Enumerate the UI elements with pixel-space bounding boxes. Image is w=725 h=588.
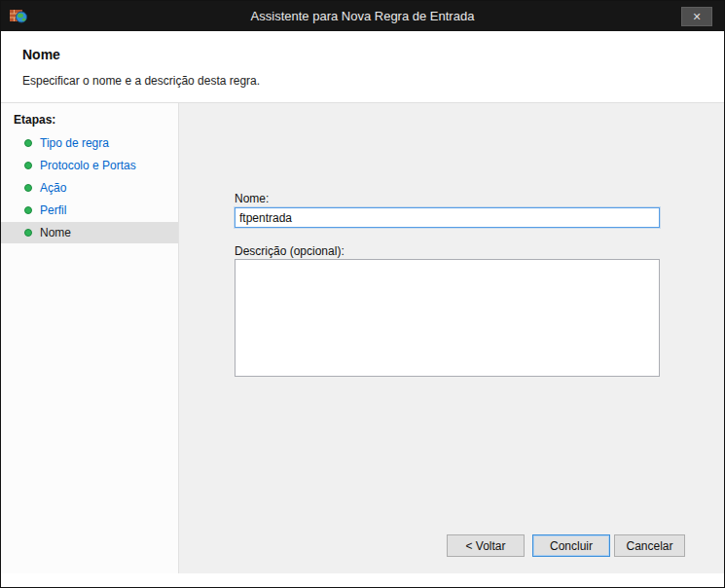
step-bullet-icon [24,162,32,169]
step-bullet-icon [24,139,32,147]
close-icon[interactable]: ✕ [681,7,712,26]
step-label: Nome [40,226,71,239]
sidebar-item-tipo-de-regra[interactable]: Tipo de regra [1,132,178,154]
step-label: Tipo de regra [40,136,109,150]
window-title: Assistente para Nova Regra de Entrada [1,1,724,31]
titlebar: Assistente para Nova Regra de Entrada ✕ [1,1,724,31]
description-textarea[interactable] [235,259,660,377]
page-subtitle: Especificar o nome e a descrição desta r… [22,74,260,88]
name-label: Nome: [235,192,269,205]
sidebar-item-perfil[interactable]: Perfil [1,200,178,221]
step-bullet-icon [24,184,32,192]
wizard-window: Assistente para Nova Regra de Entrada ✕ … [0,0,725,588]
cancel-button[interactable]: Cancelar [614,534,685,557]
sidebar-item-acao[interactable]: Ação [1,177,178,199]
header: Nome Especificar o nome e a descrição de… [1,31,724,103]
step-bullet-icon [24,206,32,214]
finish-button[interactable]: Concluir [532,534,610,557]
page-title: Nome [22,47,60,62]
back-button[interactable]: < Voltar [447,534,525,557]
footer-strip [1,573,724,587]
sidebar-item-nome[interactable]: Nome [1,222,178,243]
name-input[interactable] [235,207,660,228]
step-bullet-icon [24,229,32,237]
main-panel: Nome: Descrição (opcional): < Voltar Con… [180,103,724,573]
steps-sidebar: Etapas: Tipo de regra Protocolo e Portas… [1,103,179,573]
firewall-icon [10,9,27,23]
step-label: Protocolo e Portas [40,159,136,172]
steps-heading: Etapas: [14,113,55,127]
step-label: Ação [40,181,66,195]
step-label: Perfil [40,203,66,217]
sidebar-item-protocolo-e-portas[interactable]: Protocolo e Portas [1,155,178,176]
description-label: Descrição (opcional): [235,244,344,258]
